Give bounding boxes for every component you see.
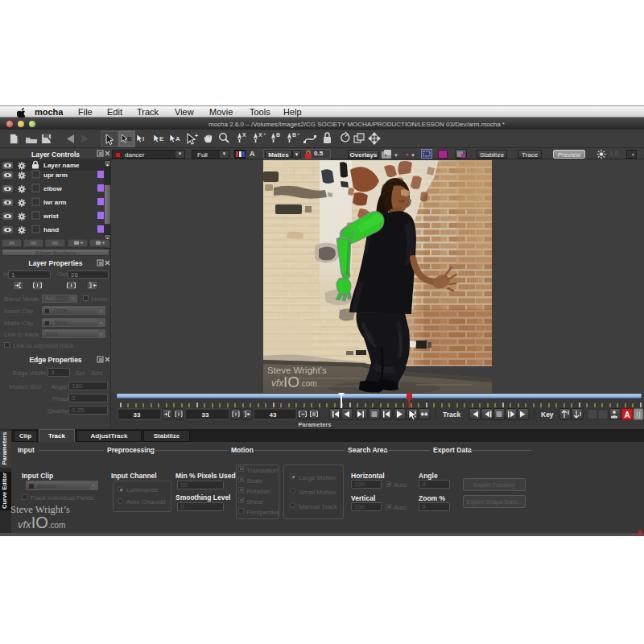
svg-text:wrist: wrist bbox=[43, 213, 59, 220]
svg-text:IO: IO bbox=[283, 374, 299, 390]
svg-text:A: A bbox=[175, 135, 180, 142]
svg-text:+: + bbox=[195, 133, 198, 138]
svg-text:B: B bbox=[276, 132, 280, 138]
svg-text:X: X bbox=[242, 132, 246, 138]
svg-text:.com: .com bbox=[299, 379, 317, 388]
svg-text:0: 0 bbox=[636, 411, 641, 419]
svg-text:B: B bbox=[292, 132, 296, 138]
svg-text:lwr arm: lwr arm bbox=[43, 199, 66, 206]
svg-text:33: 33 bbox=[134, 411, 141, 419]
svg-text:I: I bbox=[142, 135, 144, 142]
svg-text:+: + bbox=[297, 131, 300, 136]
svg-text:E: E bbox=[159, 135, 164, 142]
svg-text:Track: Track bbox=[443, 411, 460, 419]
svg-text:+: + bbox=[263, 131, 266, 136]
svg-text:▼: ▼ bbox=[411, 153, 415, 158]
svg-text:vfx: vfx bbox=[271, 378, 284, 389]
svg-text:Key: Key bbox=[541, 411, 554, 419]
svg-text:X: X bbox=[258, 132, 262, 138]
svg-text:Layer name: Layer name bbox=[43, 162, 80, 169]
svg-text:Parameters: Parameters bbox=[299, 421, 332, 428]
svg-text:hand: hand bbox=[43, 226, 59, 233]
svg-text:A: A bbox=[624, 411, 630, 419]
svg-text:▼: ▼ bbox=[394, 153, 398, 158]
svg-text:elbow: elbow bbox=[43, 185, 62, 192]
svg-text:33: 33 bbox=[202, 411, 209, 419]
svg-text:upr arm: upr arm bbox=[43, 171, 68, 179]
svg-text:43: 43 bbox=[270, 411, 277, 419]
svg-text:B: B bbox=[127, 135, 132, 142]
